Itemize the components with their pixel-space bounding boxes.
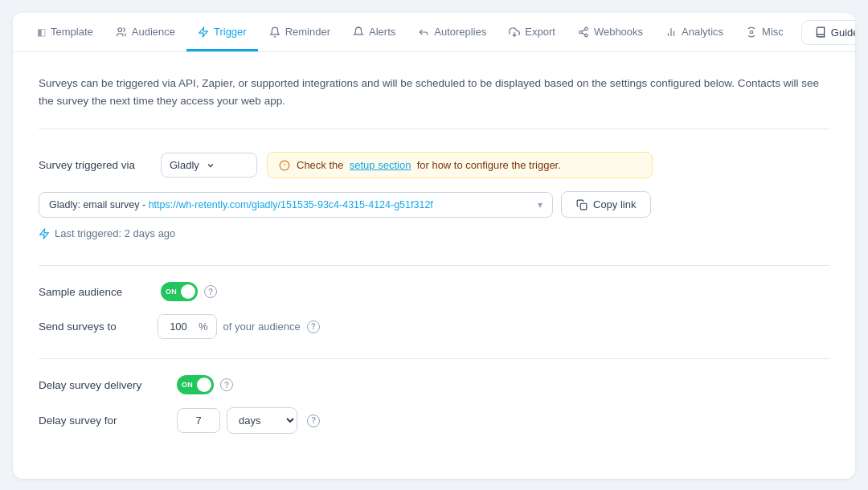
svg-line-7	[582, 32, 585, 34]
send-surveys-help-icon[interactable]: ?	[307, 321, 320, 333]
delay-delivery-help-icon[interactable]: ?	[220, 378, 233, 391]
send-surveys-suffix: of your audience	[223, 321, 301, 333]
delay-delivery-toggle-wrapper: ON ?	[177, 375, 233, 394]
delay-toggle-on-label: ON	[182, 381, 193, 389]
tab-webhooks[interactable]: Webhooks	[567, 13, 654, 51]
delay-delivery-toggle[interactable]: ON	[177, 375, 214, 394]
app-container: ◧ Template Audience Trigger Reminder Ale…	[13, 13, 855, 479]
svg-line-8	[582, 29, 585, 31]
svg-rect-16	[580, 203, 587, 210]
tab-reminder[interactable]: Reminder	[258, 13, 342, 51]
sample-audience-toggle-wrapper: ON ?	[161, 282, 217, 301]
svg-marker-17	[40, 229, 49, 239]
sample-audience-toggle[interactable]: ON	[161, 282, 198, 301]
copy-link-button[interactable]: Copy link	[561, 191, 651, 218]
send-surveys-row: Send surveys to % of your audience ?	[39, 314, 829, 339]
url-select[interactable]: Gladly: email survey - https://wh-retent…	[39, 192, 553, 218]
send-surveys-input[interactable]	[158, 315, 199, 338]
main-content: Surveys can be triggered via API, Zapier…	[13, 52, 855, 469]
tab-trigger[interactable]: Trigger	[186, 13, 258, 51]
toggle-on-label: ON	[166, 288, 177, 296]
divider-1	[39, 265, 829, 266]
tab-alerts[interactable]: Alerts	[342, 13, 407, 51]
divider-2	[39, 358, 829, 359]
url-chevron-icon: ▾	[538, 199, 542, 210]
url-row: Gladly: email survey - https://wh-retent…	[39, 191, 829, 218]
tab-template[interactable]: ◧ Template	[26, 13, 104, 51]
delay-for-label: Delay survey for	[39, 414, 167, 427]
delay-delivery-label: Delay survey delivery	[39, 379, 167, 391]
info-text: Surveys can be triggered via API, Zapier…	[39, 75, 829, 129]
tab-misc[interactable]: Misc	[735, 13, 795, 51]
delay-input-wrap: days minutes hours weeks	[177, 407, 297, 434]
delay-for-row: Delay survey for days minutes hours week…	[39, 407, 829, 434]
svg-marker-1	[199, 27, 208, 37]
send-surveys-input-wrap: %	[158, 314, 217, 339]
setup-section-link[interactable]: setup section	[350, 159, 411, 171]
sample-audience-row: Sample audience ON ?	[39, 282, 829, 301]
pct-symbol: %	[199, 315, 216, 338]
svg-point-12	[750, 31, 753, 34]
delay-for-help-icon[interactable]: ?	[307, 414, 320, 427]
tab-audience[interactable]: Audience	[104, 13, 186, 51]
svg-point-6	[585, 34, 588, 37]
svg-point-5	[579, 31, 583, 34]
delay-days-input[interactable]	[177, 408, 220, 433]
trigger-via-row: Survey triggered via Gladly Check the se…	[39, 152, 829, 178]
warning-banner: Check the setup section for how to confi…	[267, 152, 653, 178]
delay-delivery-row: Delay survey delivery ON ?	[39, 375, 829, 394]
svg-point-4	[585, 27, 588, 31]
trigger-via-label: Survey triggered via	[39, 159, 151, 171]
svg-point-0	[118, 27, 122, 31]
tab-export[interactable]: Export	[497, 13, 567, 51]
sample-audience-label: Sample audience	[39, 286, 151, 298]
svg-point-2	[358, 27, 358, 27]
guide-button[interactable]: Guide	[801, 20, 855, 45]
sample-audience-help-icon[interactable]: ?	[204, 285, 217, 298]
send-surveys-label: Send surveys to	[39, 321, 151, 333]
nav-tabs: ◧ Template Audience Trigger Reminder Ale…	[13, 13, 855, 52]
last-triggered: Last triggered: 2 days ago	[39, 227, 829, 239]
tab-autoreplies[interactable]: Autoreplies	[407, 13, 497, 51]
tab-analytics[interactable]: Analytics	[654, 13, 735, 51]
trigger-via-select[interactable]: Gladly	[161, 153, 257, 178]
delay-unit-select[interactable]: days minutes hours weeks	[227, 407, 297, 434]
